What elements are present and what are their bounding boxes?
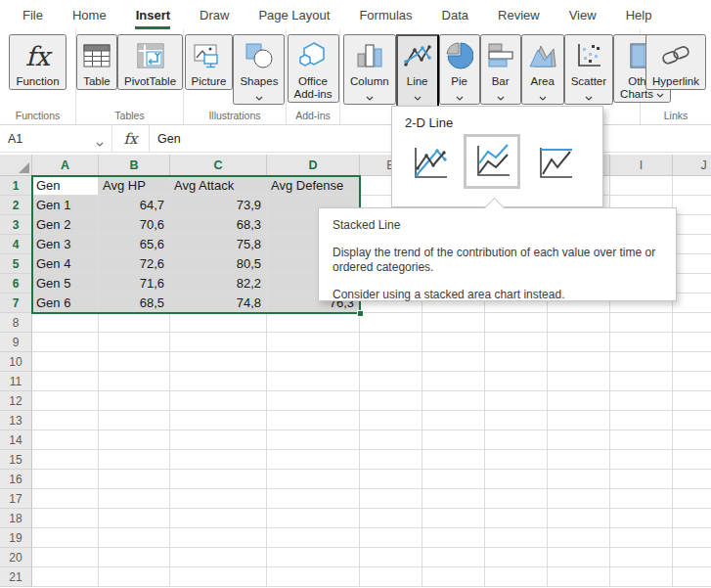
option-stacked-line-icon[interactable]: [464, 134, 520, 189]
cell-H15[interactable]: [548, 450, 610, 470]
cell-J16[interactable]: [673, 470, 711, 489]
row-header-3[interactable]: 3: [0, 215, 32, 235]
cell-B17[interactable]: [99, 489, 170, 509]
cell-J6[interactable]: [673, 274, 711, 294]
cell-F12[interactable]: [422, 391, 485, 411]
cell-B12[interactable]: [99, 391, 170, 411]
cell-D12[interactable]: [267, 391, 360, 411]
cell-A13[interactable]: [32, 411, 99, 430]
cell-E18[interactable]: [360, 509, 422, 528]
row-header-12[interactable]: 12: [0, 391, 32, 411]
area-chart-button[interactable]: Area: [521, 34, 564, 105]
cell-D11[interactable]: [267, 372, 360, 391]
cell-A9[interactable]: [32, 333, 99, 352]
cell-J18[interactable]: [673, 509, 711, 528]
cell-A7[interactable]: Gen 6: [32, 294, 99, 313]
cell-H10[interactable]: [548, 352, 610, 372]
cell-J2[interactable]: [673, 196, 711, 215]
cell-A3[interactable]: Gen 2: [32, 215, 99, 235]
cell-D8[interactable]: [267, 313, 360, 333]
column-header-A[interactable]: A: [32, 155, 99, 176]
cell-C14[interactable]: [170, 430, 267, 450]
row-header-21[interactable]: 21: [0, 567, 32, 587]
select-all-corner[interactable]: [0, 155, 32, 176]
cell-F14[interactable]: [422, 430, 485, 450]
cell-I10[interactable]: [610, 352, 673, 372]
cell-B1[interactable]: Avg HP: [99, 176, 170, 196]
cell-I12[interactable]: [610, 391, 673, 411]
cell-A19[interactable]: [32, 528, 99, 548]
cell-A12[interactable]: [32, 391, 99, 411]
cell-D16[interactable]: [267, 470, 360, 489]
row-header-10[interactable]: 10: [0, 352, 32, 372]
cell-J4[interactable]: [673, 235, 711, 254]
cell-B18[interactable]: [99, 509, 170, 528]
cell-H19[interactable]: [548, 528, 610, 548]
cell-I9[interactable]: [610, 333, 673, 352]
bar-chart-button[interactable]: Bar: [480, 34, 521, 105]
cell-A15[interactable]: [32, 450, 99, 470]
cell-E17[interactable]: [360, 489, 422, 509]
cell-I14[interactable]: [610, 430, 673, 450]
cell-H9[interactable]: [548, 333, 610, 352]
cell-C6[interactable]: 82,2: [170, 274, 267, 294]
name-box-chevron-icon[interactable]: [96, 136, 104, 150]
cell-J9[interactable]: [673, 333, 711, 352]
cell-J14[interactable]: [673, 430, 711, 450]
cell-D14[interactable]: [267, 430, 360, 450]
cell-D13[interactable]: [267, 411, 360, 430]
cell-A1[interactable]: Gen: [32, 176, 99, 196]
cell-J21[interactable]: [673, 567, 711, 587]
cell-C21[interactable]: [170, 567, 267, 587]
cell-H20[interactable]: [548, 548, 610, 567]
cell-B15[interactable]: [99, 450, 170, 470]
cell-A21[interactable]: [32, 567, 99, 587]
cell-J17[interactable]: [673, 489, 711, 509]
column-header-D[interactable]: D: [267, 155, 360, 176]
cell-C4[interactable]: 75,8: [170, 235, 267, 254]
cell-J15[interactable]: [673, 450, 711, 470]
cell-E19[interactable]: [360, 528, 422, 548]
table-button[interactable]: Table: [76, 34, 117, 90]
cell-I13[interactable]: [610, 411, 673, 430]
cell-D18[interactable]: [267, 509, 360, 528]
row-header-4[interactable]: 4: [0, 235, 32, 254]
cell-G21[interactable]: [485, 567, 548, 587]
cell-C15[interactable]: [170, 450, 267, 470]
office-add-ins-button[interactable]: OfficeAdd-ins: [288, 34, 339, 103]
cell-I21[interactable]: [610, 567, 673, 587]
cell-H13[interactable]: [548, 411, 610, 430]
cell-A20[interactable]: [32, 548, 99, 567]
picture-button[interactable]: Picture: [185, 34, 234, 90]
cell-B7[interactable]: 68,5: [99, 294, 170, 313]
cell-H18[interactable]: [548, 509, 610, 528]
cell-G9[interactable]: [485, 333, 548, 352]
cell-F17[interactable]: [422, 489, 485, 509]
cell-J11[interactable]: [673, 372, 711, 391]
row-header-7[interactable]: 7: [0, 294, 32, 313]
cell-E10[interactable]: [360, 352, 422, 372]
cell-C10[interactable]: [170, 352, 267, 372]
cell-G8[interactable]: [485, 313, 548, 333]
cell-C11[interactable]: [170, 372, 267, 391]
tab-formulas[interactable]: Formulas: [344, 0, 426, 29]
cell-C17[interactable]: [170, 489, 267, 509]
cell-F8[interactable]: [422, 313, 485, 333]
cell-I17[interactable]: [610, 489, 673, 509]
cell-C1[interactable]: Avg Attack: [170, 176, 267, 196]
cell-C13[interactable]: [170, 411, 267, 430]
cell-B14[interactable]: [99, 430, 170, 450]
cell-D19[interactable]: [267, 528, 360, 548]
cell-A2[interactable]: Gen 1: [32, 196, 99, 215]
cell-I20[interactable]: [610, 548, 673, 567]
cell-A16[interactable]: [32, 470, 99, 489]
cell-F15[interactable]: [422, 450, 485, 470]
cell-C19[interactable]: [170, 528, 267, 548]
cell-A10[interactable]: [32, 352, 99, 372]
row-header-9[interactable]: 9: [0, 333, 32, 352]
cell-J7[interactable]: [673, 294, 711, 313]
cell-B6[interactable]: 71,6: [99, 274, 170, 294]
hyperlink-button[interactable]: Hyperlink: [645, 34, 706, 90]
cell-B4[interactable]: 65,6: [99, 235, 170, 254]
cell-C9[interactable]: [170, 333, 267, 352]
